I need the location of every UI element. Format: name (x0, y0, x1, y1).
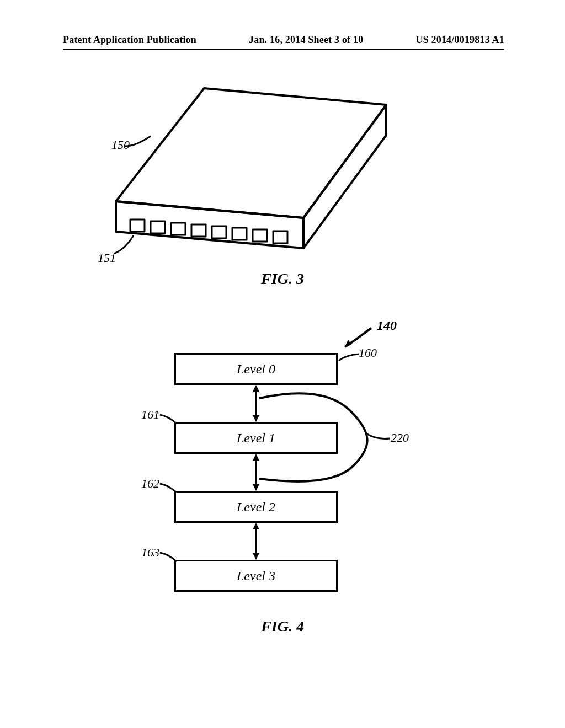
svg-rect-5 (232, 228, 247, 240)
svg-rect-1 (151, 221, 165, 233)
ref-140: 140 (377, 318, 397, 333)
ref-162: 162 (141, 477, 159, 491)
level-3-box: Level 3 (174, 560, 338, 592)
leader-162 (159, 483, 178, 495)
header-rule (63, 49, 504, 50)
level-3-label: Level 3 (237, 569, 275, 584)
ref-151: 151 (98, 251, 116, 265)
svg-rect-0 (130, 220, 145, 232)
header-center: Jan. 16, 2014 Sheet 3 of 10 (249, 34, 363, 46)
header-right: US 2014/0019813 A1 (415, 34, 504, 46)
ref-163: 163 (141, 545, 159, 560)
fig4-drawing: 140 Level 0 Level 1 Level 2 Level 3 (0, 312, 565, 665)
ref-150: 150 (111, 138, 130, 152)
ref-220: 220 (391, 431, 409, 445)
fig3-caption: FIG. 3 (0, 270, 565, 288)
svg-rect-6 (253, 229, 267, 242)
level-0-label: Level 0 (237, 362, 275, 377)
arrow-lv2-lv3 (252, 523, 260, 560)
leader-160 (338, 353, 360, 370)
leader-163 (159, 552, 178, 564)
svg-rect-7 (273, 231, 287, 243)
svg-rect-3 (191, 224, 206, 237)
leader-161 (159, 414, 178, 426)
level-2-box: Level 2 (174, 491, 338, 523)
header-left: Patent Application Publication (63, 34, 196, 46)
ref-161: 161 (141, 408, 159, 422)
leader-220 (364, 427, 391, 442)
ref-160: 160 (359, 346, 377, 360)
fig3-device-drawing (94, 77, 403, 265)
svg-rect-2 (171, 223, 185, 235)
level-2-label: Level 2 (237, 500, 275, 515)
page-header: Patent Application Publication Jan. 16, … (63, 34, 504, 46)
svg-rect-4 (212, 226, 226, 238)
level-0-box: Level 0 (174, 353, 338, 385)
fig4-caption: FIG. 4 (0, 618, 565, 635)
